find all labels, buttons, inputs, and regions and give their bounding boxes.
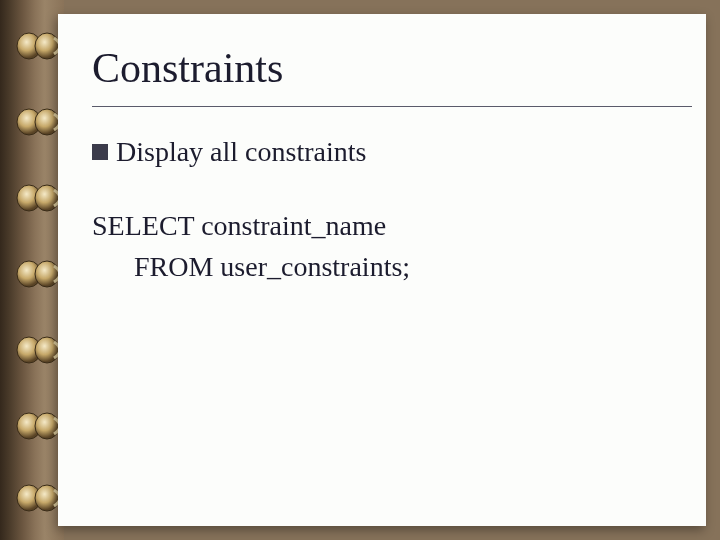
- square-bullet-icon: [92, 144, 108, 160]
- code-line: SELECT constraint_name: [92, 206, 410, 247]
- bullet-text: Display all constraints: [116, 136, 366, 168]
- title-rule: [92, 106, 692, 107]
- slide-title: Constraints: [92, 44, 283, 92]
- svg-point-7: [35, 261, 59, 287]
- bullet-item: Display all constraints: [92, 136, 366, 168]
- svg-point-9: [35, 337, 59, 363]
- svg-point-1: [35, 33, 59, 59]
- svg-point-11: [35, 413, 59, 439]
- sql-code: SELECT constraint_name FROM user_constra…: [92, 206, 410, 287]
- svg-point-13: [35, 485, 59, 511]
- slide-page: Constraints Display all constraints SELE…: [58, 14, 706, 526]
- svg-point-5: [35, 185, 59, 211]
- svg-point-3: [35, 109, 59, 135]
- code-line: FROM user_constraints;: [92, 247, 410, 288]
